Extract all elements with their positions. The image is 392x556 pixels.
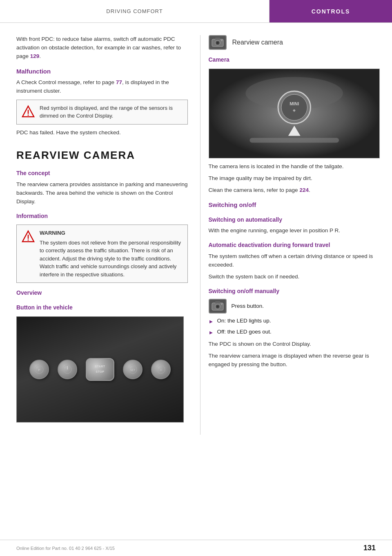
vehicle-button-image: P START STOP [16,316,184,423]
concept-body: The rearview camera provides assistance … [16,180,188,206]
warning-triangle-icon-2 [21,229,36,244]
press-button-label: Press button. [232,302,264,311]
rearview-warning-box: WARNING The system does not relieve from… [16,225,188,283]
rearview-camera-row: Rearview camera [209,35,380,50]
camera-body2: The image quality may be impaired by dir… [209,174,380,183]
svg-point-29 [216,305,219,308]
camera-page-link[interactable]: 224 [299,187,309,193]
off-led-item: ► Off: the LED goes out. [209,328,380,337]
intro-page-link[interactable]: 129 [30,53,40,59]
auto-deact-body2: Switch the system back on if needed. [209,273,380,281]
right-column: Rearview camera Camera [200,31,392,435]
intro-paragraph: With front PDC: to reduce false alarms, … [16,35,188,61]
switching-heading: Switching on/off [209,200,380,209]
svg-text:P: P [38,368,40,372]
header-controls: CONTROLS [270,0,392,22]
on-led-text: On: the LED lights up. [217,317,271,325]
page-footer: Online Edition for Part no. 01 40 2 964 … [0,540,392,556]
overview-heading: Overview [16,289,188,298]
concept-heading: The concept [16,169,188,178]
driving-comfort-label: DRIVING COMFORT [106,8,163,14]
svg-text:SET: SET [130,369,136,371]
button-in-vehicle-heading: Button in the vehicle [16,303,188,312]
camera-body3: Clean the camera lens, refer to page 224… [209,186,380,195]
svg-text:+: + [160,368,162,372]
left-knob-1: P [29,360,49,379]
svg-point-18 [221,40,223,41]
rearview-warning-text: WARNING The system does not relieve from… [40,229,183,278]
controls-label: CONTROLS [312,8,350,15]
malfunction-heading: Malfunction [16,67,188,76]
malfunction-warning-box: Red symbol is displayed, and the range o… [16,100,188,125]
camera-image: MINI ◆ [209,69,380,158]
malfunction-warning-text: Red symbol is displayed, and the range o… [40,104,183,120]
svg-text:◆: ◆ [293,108,296,112]
main-content: With front PDC: to reduce false alarms, … [0,23,392,435]
bullet-arrow-1: ► [209,318,214,326]
left-column: With front PDC: to reduce false alarms, … [0,31,200,435]
svg-rect-26 [249,138,339,142]
svg-point-22 [281,94,307,120]
rearview-camera-big-heading: REARVIEW CAMERA [16,147,188,163]
page-number: 131 [363,544,376,552]
camera-body1: The camera lens is located in the handle… [209,162,380,171]
page-header: DRIVING COMFORT CONTROLS [0,0,392,23]
auto-deact-heading: Automatic deactivation during forward tr… [209,241,380,250]
pdc-display-text: The PDC is shown on the Control Display. [209,340,380,349]
bullet-arrow-2: ► [209,329,214,337]
left-knob-2 [58,360,77,379]
svg-text:MINI: MINI [290,101,299,106]
auto-deact-body1: The system switches off when a certain d… [209,252,380,269]
svg-point-5 [28,240,29,241]
camera-section-heading: Camera [209,56,380,64]
svg-point-16 [216,42,219,44]
header-driving-comfort: DRIVING COMFORT [0,0,270,22]
intro-text-end: . [39,53,41,59]
press-button-row: Press button. [209,299,380,314]
switching-manual-heading: Switching on/off manually [209,287,380,296]
malfunction-page-link[interactable]: 77 [116,79,122,85]
svg-point-31 [221,303,223,305]
switching-auto-body: With the engine running, engage lever in… [209,227,380,235]
rearview-image-text: The rearview camera image is displayed w… [209,352,380,369]
camera-button-icon [209,35,227,50]
right-knob-2: + [151,360,171,379]
warning-triangle-icon [21,104,36,119]
start-stop-button[interactable]: START STOP [86,358,114,381]
on-led-item: ► On: the LED lights up. [209,317,380,326]
rearview-label: Rearview camera [232,38,283,48]
svg-rect-17 [215,38,220,40]
svg-point-2 [28,114,29,116]
malfunction-body1: A Check Control message, refer to page 7… [16,78,188,96]
right-knob-1: SET [123,360,143,379]
off-led-text: Off: the LED goes out. [217,328,271,336]
information-heading: Information [16,212,188,221]
panel-background: P START STOP [17,317,183,422]
press-camera-icon [209,299,227,314]
switching-auto-heading: Switching on automatically [209,216,380,225]
footer-text: Online Edition for Part no. 01 40 2 964 … [16,546,115,551]
pdc-failed-text: PDC has failed. Have the system checked. [16,129,188,137]
svg-rect-30 [215,301,220,303]
intro-text-start: With front PDC: to reduce false alarms, … [16,36,181,59]
